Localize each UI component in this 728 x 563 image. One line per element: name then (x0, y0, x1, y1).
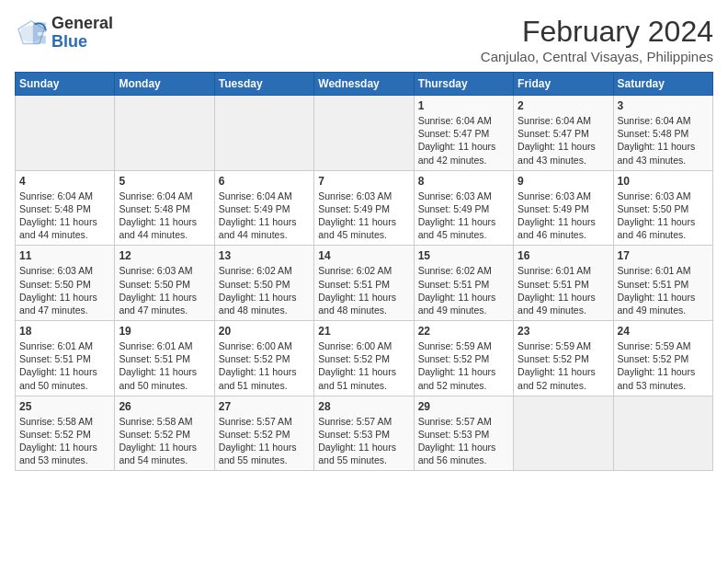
calendar: Sunday Monday Tuesday Wednesday Thursday… (15, 72, 713, 471)
day-number: 6 (219, 175, 310, 188)
day-cell: 5Sunrise: 6:04 AMSunset: 5:48 PMDaylight… (115, 170, 214, 246)
day-info: Sunrise: 6:03 AMSunset: 5:49 PMDaylight:… (318, 190, 409, 242)
day-cell: 17Sunrise: 6:01 AMSunset: 5:51 PMDayligh… (613, 246, 712, 321)
main-title: February 2024 (481, 15, 713, 49)
day-cell: 10Sunrise: 6:03 AMSunset: 5:50 PMDayligh… (613, 170, 712, 246)
logo-blue: Blue (51, 32, 87, 51)
logo-text: General Blue (51, 15, 113, 52)
day-info: Sunrise: 6:03 AMSunset: 5:49 PMDaylight:… (518, 190, 609, 242)
day-info: Sunrise: 6:04 AMSunset: 5:47 PMDaylight:… (518, 114, 609, 167)
day-cell: 6Sunrise: 6:04 AMSunset: 5:49 PMDaylight… (214, 170, 313, 246)
day-info: Sunrise: 6:03 AMSunset: 5:50 PMDaylight:… (119, 264, 210, 316)
day-cell: 22Sunrise: 5:59 AMSunset: 5:52 PMDayligh… (414, 321, 513, 396)
day-cell: 27Sunrise: 5:57 AMSunset: 5:52 PMDayligh… (214, 396, 313, 471)
header-row: Sunday Monday Tuesday Wednesday Thursday… (16, 73, 713, 96)
col-wednesday: Wednesday (314, 73, 414, 96)
day-number: 21 (318, 325, 409, 338)
day-cell: 2Sunrise: 6:04 AMSunset: 5:47 PMDaylight… (514, 96, 613, 171)
day-number: 28 (318, 400, 409, 413)
day-number: 15 (418, 249, 509, 262)
day-info: Sunrise: 6:02 AMSunset: 5:51 PMDaylight:… (318, 264, 409, 316)
day-number: 16 (518, 249, 609, 262)
col-monday: Monday (115, 73, 214, 96)
col-sunday: Sunday (16, 73, 115, 96)
day-info: Sunrise: 5:58 AMSunset: 5:52 PMDaylight:… (19, 415, 110, 467)
week-row-1: 4Sunrise: 6:04 AMSunset: 5:48 PMDaylight… (16, 170, 713, 246)
day-number: 20 (219, 325, 310, 338)
day-info: Sunrise: 5:59 AMSunset: 5:52 PMDaylight:… (518, 339, 609, 392)
logo-general: General (51, 14, 113, 32)
day-cell (214, 96, 313, 171)
day-cell: 26Sunrise: 5:58 AMSunset: 5:52 PMDayligh… (115, 396, 214, 471)
day-number: 14 (318, 249, 409, 262)
header: General Blue February 2024 Canjulao, Cen… (15, 15, 713, 64)
day-number: 23 (518, 325, 609, 338)
day-info: Sunrise: 5:59 AMSunset: 5:52 PMDaylight:… (618, 339, 709, 392)
day-number: 8 (418, 175, 509, 188)
day-number: 18 (19, 325, 110, 338)
day-number: 5 (119, 175, 210, 188)
day-number: 4 (19, 175, 110, 188)
day-info: Sunrise: 6:02 AMSunset: 5:51 PMDaylight:… (418, 264, 509, 316)
col-tuesday: Tuesday (214, 73, 313, 96)
day-info: Sunrise: 6:03 AMSunset: 5:50 PMDaylight:… (618, 190, 709, 242)
day-cell (514, 396, 613, 471)
week-row-2: 11Sunrise: 6:03 AMSunset: 5:50 PMDayligh… (16, 246, 713, 321)
day-cell: 13Sunrise: 6:02 AMSunset: 5:50 PMDayligh… (214, 246, 313, 321)
day-info: Sunrise: 6:03 AMSunset: 5:50 PMDaylight:… (19, 264, 110, 316)
day-cell: 7Sunrise: 6:03 AMSunset: 5:49 PMDaylight… (314, 170, 414, 246)
day-cell: 3Sunrise: 6:04 AMSunset: 5:48 PMDaylight… (613, 96, 712, 171)
day-cell: 12Sunrise: 6:03 AMSunset: 5:50 PMDayligh… (115, 246, 214, 321)
day-cell: 20Sunrise: 6:00 AMSunset: 5:52 PMDayligh… (214, 321, 313, 396)
day-info: Sunrise: 6:02 AMSunset: 5:50 PMDaylight:… (219, 264, 310, 316)
subtitle: Canjulao, Central Visayas, Philippines (481, 49, 713, 64)
day-number: 26 (119, 400, 210, 413)
day-number: 27 (219, 400, 310, 413)
col-thursday: Thursday (414, 73, 513, 96)
day-cell: 4Sunrise: 6:04 AMSunset: 5:48 PMDaylight… (16, 170, 115, 246)
day-number: 11 (19, 249, 110, 262)
day-number: 7 (318, 175, 409, 188)
day-number: 22 (418, 325, 509, 338)
day-info: Sunrise: 6:00 AMSunset: 5:52 PMDaylight:… (219, 339, 310, 392)
col-saturday: Saturday (613, 73, 712, 96)
day-cell: 11Sunrise: 6:03 AMSunset: 5:50 PMDayligh… (16, 246, 115, 321)
day-cell: 16Sunrise: 6:01 AMSunset: 5:51 PMDayligh… (514, 246, 613, 321)
week-row-3: 18Sunrise: 6:01 AMSunset: 5:51 PMDayligh… (16, 321, 713, 396)
day-info: Sunrise: 6:04 AMSunset: 5:47 PMDaylight:… (418, 114, 509, 167)
day-info: Sunrise: 5:59 AMSunset: 5:52 PMDaylight:… (418, 339, 509, 392)
day-number: 1 (418, 99, 509, 112)
day-cell: 23Sunrise: 5:59 AMSunset: 5:52 PMDayligh… (514, 321, 613, 396)
day-number: 25 (19, 400, 110, 413)
day-info: Sunrise: 5:58 AMSunset: 5:52 PMDaylight:… (119, 415, 210, 467)
day-cell: 8Sunrise: 6:03 AMSunset: 5:49 PMDaylight… (414, 170, 513, 246)
day-cell (115, 96, 214, 171)
day-info: Sunrise: 6:01 AMSunset: 5:51 PMDaylight:… (518, 264, 609, 316)
day-number: 19 (119, 325, 210, 338)
day-number: 3 (618, 99, 709, 112)
week-row-0: 1Sunrise: 6:04 AMSunset: 5:47 PMDaylight… (16, 96, 713, 171)
week-row-4: 25Sunrise: 5:58 AMSunset: 5:52 PMDayligh… (16, 396, 713, 471)
day-info: Sunrise: 6:04 AMSunset: 5:49 PMDaylight:… (219, 190, 310, 242)
title-area: February 2024 Canjulao, Central Visayas,… (481, 15, 713, 64)
day-info: Sunrise: 6:00 AMSunset: 5:52 PMDaylight:… (318, 339, 409, 392)
day-info: Sunrise: 6:03 AMSunset: 5:49 PMDaylight:… (418, 190, 509, 242)
day-cell: 21Sunrise: 6:00 AMSunset: 5:52 PMDayligh… (314, 321, 414, 396)
day-info: Sunrise: 6:04 AMSunset: 5:48 PMDaylight:… (119, 190, 210, 242)
day-cell (16, 96, 115, 171)
day-number: 10 (618, 175, 709, 188)
day-cell: 29Sunrise: 5:57 AMSunset: 5:53 PMDayligh… (414, 396, 513, 471)
day-info: Sunrise: 5:57 AMSunset: 5:52 PMDaylight:… (219, 415, 310, 467)
day-cell: 24Sunrise: 5:59 AMSunset: 5:52 PMDayligh… (613, 321, 712, 396)
day-number: 13 (219, 249, 310, 262)
day-cell: 19Sunrise: 6:01 AMSunset: 5:51 PMDayligh… (115, 321, 214, 396)
day-number: 29 (418, 400, 509, 413)
day-cell (314, 96, 414, 171)
day-info: Sunrise: 6:01 AMSunset: 5:51 PMDaylight:… (119, 339, 210, 392)
day-cell: 9Sunrise: 6:03 AMSunset: 5:49 PMDaylight… (514, 170, 613, 246)
logo-icon (15, 19, 48, 47)
day-cell: 15Sunrise: 6:02 AMSunset: 5:51 PMDayligh… (414, 246, 513, 321)
logo: General Blue (15, 15, 113, 52)
day-cell: 25Sunrise: 5:58 AMSunset: 5:52 PMDayligh… (16, 396, 115, 471)
day-cell (613, 396, 712, 471)
